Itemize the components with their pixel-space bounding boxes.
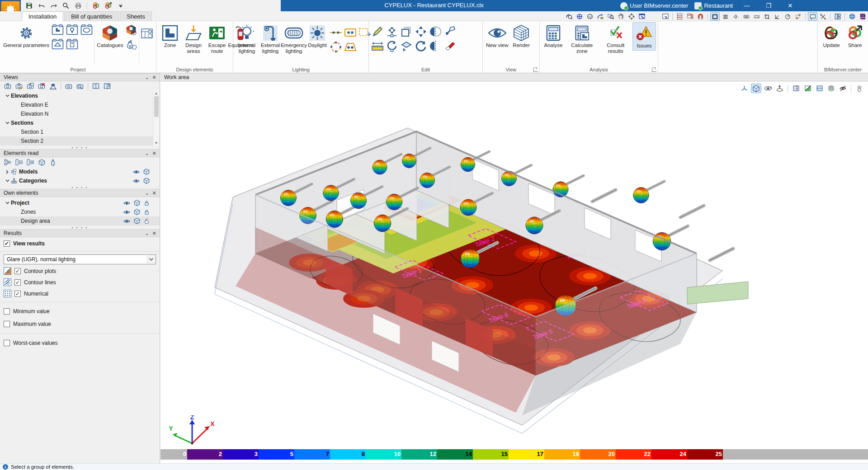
snap-point-icon[interactable]	[731, 12, 741, 21]
internal-lighting-button[interactable]: Internal lighting	[235, 22, 259, 56]
panel-layout-icon[interactable]	[833, 12, 842, 21]
orbit-icon[interactable]	[627, 12, 636, 21]
window-views-icon[interactable]	[660, 12, 670, 21]
web-globe-icon[interactable]	[847, 12, 857, 21]
ortho-mode-icon[interactable]	[710, 12, 720, 21]
window-switch-icon[interactable]	[637, 12, 646, 21]
elements-read-item-categories[interactable]: Categories	[0, 176, 160, 185]
work-area-viewport[interactable]: 3D	[160, 82, 868, 463]
update-button[interactable]: Update	[820, 22, 843, 50]
crop-plan-icon[interactable]	[762, 12, 772, 21]
view-item-sections[interactable]: Sections	[0, 118, 160, 127]
dimension-icon[interactable]: 1.00	[752, 12, 761, 21]
analyse-button[interactable]: Analyse	[542, 22, 565, 50]
share-button[interactable]: Share	[843, 22, 867, 50]
mirror-copy-button[interactable]	[429, 39, 442, 53]
minimize-button[interactable]: —	[739, 0, 755, 11]
project-lighting-folder-button[interactable]	[65, 23, 79, 37]
zoom-extents-icon[interactable]	[575, 12, 584, 21]
catalogue-settings-button[interactable]	[124, 23, 138, 37]
visibility-eye-icon[interactable]	[123, 200, 130, 207]
pan-icon[interactable]	[616, 12, 626, 21]
view-item-section-2[interactable]: Section 2	[0, 136, 160, 146]
analysis-dialog-launcher[interactable]	[652, 67, 656, 72]
print-view-icon[interactable]	[91, 82, 101, 90]
print-button[interactable]	[73, 1, 83, 10]
move-node-button[interactable]	[385, 25, 399, 38]
bimserver-project[interactable]: Restaurant	[694, 2, 733, 9]
3d-visibility-cube-icon[interactable]	[134, 209, 140, 215]
catalogues-button[interactable]: Catalogues	[95, 22, 124, 50]
results-mode-select[interactable]: Glare (UGR), normal lighting	[4, 254, 156, 264]
rotate-small-button[interactable]	[385, 39, 399, 53]
move-button[interactable]	[414, 25, 428, 38]
3d-visibility-cube-icon[interactable]	[143, 178, 150, 184]
view-item-section-1[interactable]: Section 1	[0, 127, 160, 136]
general-parameters-button[interactable]: General parameters	[2, 22, 51, 50]
results-close-icon[interactable]: ✕	[151, 230, 158, 236]
views-collapse-icon[interactable]: ⌄	[143, 74, 151, 80]
external-lighting-button[interactable]: External lighting	[259, 22, 282, 56]
visibility-eye-icon[interactable]	[133, 169, 140, 175]
delete-eraser-button[interactable]	[443, 39, 457, 53]
bimserver-import-icon[interactable]	[91, 1, 101, 10]
own-element-item-zones[interactable]: Zones	[0, 207, 160, 216]
bimserver-user[interactable]: User BIMserver.center	[620, 2, 688, 9]
views-close-icon[interactable]: ✕	[151, 74, 158, 80]
mirror-button[interactable]	[429, 25, 442, 38]
minimum-value-checkbox[interactable]	[4, 308, 10, 315]
linear-arrangement-button[interactable]	[329, 26, 343, 39]
panel-splitter[interactable]: ▪ ▪ ▪ ▪	[0, 146, 160, 149]
bimserver-export-icon[interactable]	[104, 1, 113, 10]
3d-visibility-cube-icon[interactable]	[143, 169, 150, 175]
new-view-button[interactable]: New view	[485, 22, 509, 50]
tree-group-icon[interactable]	[3, 158, 13, 166]
annotation-bubble-icon[interactable]	[808, 12, 817, 21]
flip-plane-button[interactable]	[400, 39, 413, 53]
project-report-folder-button[interactable]	[65, 38, 79, 51]
measure-button[interactable]	[371, 39, 384, 53]
emergency-lighting-button[interactable]: Emergency lighting	[282, 22, 306, 56]
restore-button[interactable]: ❐	[761, 0, 776, 11]
capture-photo-icon[interactable]	[64, 82, 74, 90]
visibility-cube-icon[interactable]	[37, 158, 47, 166]
maximum-value-checkbox[interactable]	[4, 321, 10, 327]
results-collapse-icon[interactable]: ⌄	[143, 230, 151, 236]
trapezoid-arrangement-button[interactable]	[344, 40, 357, 54]
views-scrollbar[interactable]: ▲▼	[153, 91, 159, 146]
tree-expand-icon[interactable]	[25, 158, 35, 166]
edit-pencil-button[interactable]	[371, 25, 384, 38]
zoom-previous-icon[interactable]	[564, 12, 574, 21]
keyboard-entry-icon[interactable]	[741, 12, 751, 21]
close-button[interactable]: ✕	[783, 0, 798, 11]
3d-visibility-cube-icon[interactable]	[134, 200, 140, 206]
bim-model-config-button[interactable]	[140, 27, 154, 40]
copy-button[interactable]	[400, 25, 413, 38]
snap-magnet-icon[interactable]	[696, 12, 705, 21]
3d-visibility-cube-icon[interactable]	[134, 218, 140, 224]
angle-icon[interactable]	[773, 12, 782, 21]
visibility-eye-icon[interactable]	[133, 178, 140, 184]
elements-read-close-icon[interactable]: ✕	[151, 150, 158, 156]
qat-dropdown-icon[interactable]	[116, 1, 125, 10]
protractor-icon[interactable]	[783, 12, 793, 21]
own-elements-collapse-icon[interactable]: ⌄	[143, 190, 151, 196]
zoom-window-icon[interactable]	[606, 12, 615, 21]
save-button[interactable]	[24, 1, 34, 10]
render-button[interactable]: Render	[509, 22, 533, 50]
3d-model-scene[interactable]: Table 1Table 2Table 3Table 4Table 5Table…	[160, 82, 868, 443]
view-item-elevation-n[interactable]: Elevation N	[0, 109, 160, 118]
issues-button[interactable]: Issues	[632, 22, 656, 51]
tree-collapse-icon[interactable]	[14, 158, 24, 166]
export-view-icon[interactable]	[102, 82, 112, 90]
zoom-x2-icon[interactable]: x2	[585, 12, 594, 21]
project-luminaire-folder-button[interactable]	[80, 23, 93, 37]
project-surfaces-folder-button[interactable]	[51, 38, 64, 51]
view-delete-icon[interactable]	[37, 82, 47, 90]
consult-results-button[interactable]: Consult results	[599, 22, 633, 56]
project-zones-folder-button[interactable]	[51, 23, 64, 37]
tools-icon[interactable]	[818, 12, 828, 21]
rotate-button[interactable]	[414, 39, 428, 53]
selection-region-icon[interactable]	[793, 12, 803, 21]
lock-icon[interactable]	[144, 200, 150, 206]
